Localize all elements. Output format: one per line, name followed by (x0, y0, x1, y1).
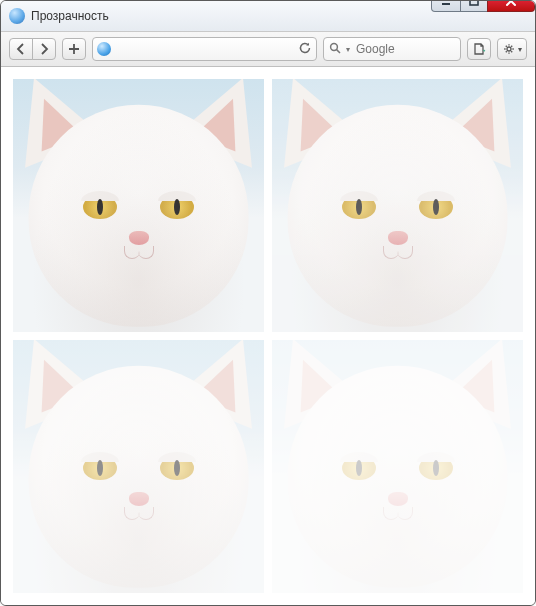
titlebar[interactable]: Прозрачность (1, 1, 535, 32)
svg-point-2 (331, 43, 338, 50)
minimize-button[interactable] (431, 0, 461, 12)
image-cell-4 (272, 340, 523, 593)
back-icon (14, 42, 28, 56)
reload-button[interactable] (298, 41, 312, 58)
back-button[interactable] (9, 38, 33, 60)
svg-line-12 (511, 46, 512, 47)
new-tab-button[interactable] (62, 38, 86, 60)
search-engine-dropdown[interactable]: ▾ (346, 45, 350, 54)
gear-icon (503, 42, 517, 56)
forward-button[interactable] (32, 38, 56, 60)
settings-button[interactable]: ▾ (497, 38, 527, 60)
image-cell-2 (272, 79, 523, 332)
window-controls (432, 0, 535, 11)
image-cell-3 (13, 340, 264, 593)
svg-line-10 (511, 51, 512, 52)
svg-line-9 (505, 46, 506, 47)
cat-image-55 (13, 340, 264, 593)
reader-button[interactable] (467, 38, 491, 60)
close-icon (503, 0, 519, 8)
page-content[interactable] (1, 67, 535, 605)
close-button[interactable] (487, 0, 535, 12)
plus-icon (67, 42, 81, 56)
image-cell-1 (13, 79, 264, 332)
cat-image-80 (272, 79, 523, 332)
search-icon (328, 41, 342, 58)
app-icon (9, 8, 25, 24)
cat-image-25 (272, 340, 523, 593)
svg-line-3 (337, 49, 340, 52)
svg-point-4 (507, 47, 511, 51)
minimize-icon (439, 0, 453, 8)
maximize-button[interactable] (460, 0, 488, 12)
globe-icon (97, 42, 111, 56)
window-title: Прозрачность (31, 9, 432, 23)
nav-buttons (9, 38, 56, 60)
svg-rect-0 (442, 3, 450, 5)
chevron-down-icon: ▾ (518, 45, 522, 54)
browser-window: Прозрачность (0, 0, 536, 606)
search-bar[interactable]: ▾ (323, 37, 461, 61)
svg-line-11 (505, 51, 506, 52)
address-input[interactable] (115, 39, 294, 59)
cat-image-100 (13, 79, 264, 332)
page-icon (472, 42, 486, 56)
svg-rect-1 (470, 0, 478, 5)
image-grid (1, 67, 535, 605)
maximize-icon (467, 0, 481, 8)
reload-icon (298, 41, 312, 55)
search-input[interactable] (354, 39, 456, 59)
address-bar[interactable] (92, 37, 317, 61)
toolbar: ▾ ▾ (1, 32, 535, 67)
forward-icon (37, 42, 51, 56)
